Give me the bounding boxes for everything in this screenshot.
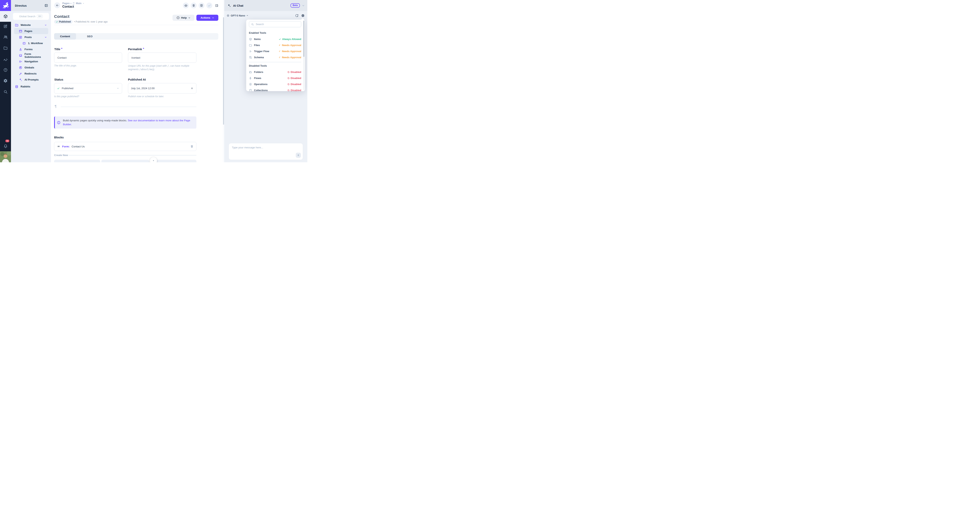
title-field[interactable] — [54, 53, 122, 63]
status-select[interactable]: Published — [54, 83, 122, 94]
caret-down-icon — [83, 2, 84, 4]
directus-logo[interactable] — [0, 0, 11, 11]
tool-row-schema[interactable]: Schema Needs Approval — [249, 54, 301, 60]
breadcrumb-version[interactable]: Main — [76, 2, 81, 5]
sidebar-item-form-submissions[interactable]: Form Submissions — [14, 53, 48, 59]
info-icon — [57, 121, 60, 124]
tab-content[interactable]: Content — [54, 33, 76, 40]
tool-row-collections[interactable]: Collections Disabled — [249, 87, 301, 91]
list-chevron-icon — [19, 60, 22, 63]
check-icon — [279, 38, 281, 40]
module-content-active[interactable] — [0, 11, 11, 22]
tool-status: Always Allowed — [279, 38, 301, 41]
chevron-down-icon[interactable] — [45, 36, 47, 38]
sidebar-item-ai-prompts[interactable]: AI Prompts — [14, 76, 48, 83]
clear-history-icon[interactable] — [295, 14, 299, 17]
arrow-up-icon — [297, 154, 300, 157]
archive-down-icon — [200, 4, 203, 7]
module-editor-button[interactable] — [0, 22, 11, 30]
tools-search-input[interactable] — [255, 22, 299, 26]
drag-handle-icon[interactable] — [57, 145, 60, 148]
actions-button[interactable]: Actions — [196, 15, 218, 21]
folder-icon — [3, 46, 8, 50]
svg-text:?: ? — [5, 69, 6, 71]
create-new-divider — [68, 155, 196, 156]
tool-row-items[interactable]: Items Always Allowed — [249, 36, 301, 42]
ai-sparkle-icon — [228, 4, 231, 8]
create-new-label: Create New — [54, 154, 68, 157]
sidebar-item-posts[interactable]: Posts — [14, 34, 48, 40]
help-button[interactable]: ? Help — [172, 15, 194, 21]
sidebar-toggle-button[interactable] — [215, 4, 218, 7]
check-icon — [208, 4, 211, 7]
archive-button[interactable] — [199, 3, 204, 8]
tool-status: Needs Approval — [278, 56, 301, 59]
collapse-panel-icon[interactable] — [45, 4, 48, 7]
status-field-label: Status — [54, 78, 63, 81]
nav-list: Website Pages Posts — [11, 22, 51, 89]
page-title: Contact — [54, 14, 69, 19]
main-content: Pages • Main Contact Conta — [51, 0, 223, 162]
sidebar-item-label: Redirects — [24, 72, 37, 75]
module-settings-button[interactable] — [0, 76, 11, 85]
edit-icon — [3, 24, 8, 29]
sidebar-item-rabbits[interactable]: Rabbits — [14, 83, 48, 89]
module-rail: ? 72 — [0, 0, 11, 162]
tool-row-flows[interactable]: Flows Disabled — [249, 75, 301, 81]
chevron-down-icon[interactable] — [302, 4, 305, 7]
create-block-button[interactable] — [101, 160, 149, 162]
create-block-button[interactable] — [54, 160, 100, 162]
folder-star-icon — [15, 23, 18, 27]
schema-icon — [249, 56, 252, 59]
sidebar-item-redirects[interactable]: Redirects — [14, 70, 48, 76]
send-button[interactable] — [296, 153, 301, 158]
preview-button[interactable] — [183, 3, 189, 8]
sidebar-item-workflow[interactable]: 1. Workflow — [14, 40, 48, 46]
sidebar-item-pages[interactable]: Pages — [14, 28, 48, 34]
module-insights-button[interactable] — [0, 55, 11, 64]
tool-row-trigger-flow[interactable]: Trigger Flow Needs Approval — [249, 48, 301, 54]
tab-seo[interactable]: SEO — [76, 33, 103, 40]
model-selector[interactable]: GPT-5 Nano — [227, 14, 248, 17]
global-search-input[interactable]: Global Search ⌘K — [13, 13, 49, 20]
chevron-down-icon[interactable] — [45, 24, 47, 26]
gear-icon[interactable] — [301, 14, 305, 17]
tool-row-files[interactable]: Files Needs Approval — [249, 42, 301, 48]
tool-row-folders[interactable]: Folders Disabled — [249, 69, 301, 75]
module-users-button[interactable] — [0, 33, 11, 41]
module-files-button[interactable] — [0, 44, 11, 53]
sidebar-item-globals[interactable]: Globals — [14, 64, 48, 70]
database-icon — [15, 85, 18, 88]
cube-icon — [3, 14, 8, 19]
scroll-down-button[interactable] — [150, 157, 157, 162]
chevron-down-icon — [212, 17, 214, 19]
title-field-helper: The title of this page. — [54, 64, 77, 67]
block-trash-icon[interactable] — [190, 145, 194, 148]
scrollbar-thumb[interactable] — [223, 17, 224, 125]
delete-button[interactable] — [191, 3, 197, 8]
prohibited-icon — [287, 89, 290, 91]
create-block-button[interactable] — [150, 160, 196, 162]
dropdown-scrollbar-thumb[interactable] — [304, 21, 304, 57]
help-circle-icon: ? — [177, 16, 180, 19]
breadcrumb: Pages • Main — [62, 2, 84, 5]
sidebar-item-navigation[interactable]: Navigation — [14, 59, 48, 64]
chat-message-input[interactable] — [231, 146, 300, 154]
status-field-helper: Is this page published? — [54, 95, 79, 98]
module-search-button[interactable] — [0, 88, 11, 96]
module-help-button[interactable]: ? — [0, 66, 11, 74]
clear-date-icon[interactable] — [191, 87, 194, 90]
block-row[interactable]: Form: Contact Us — [54, 142, 196, 151]
tools-search[interactable] — [249, 21, 301, 27]
published-at-field[interactable]: July 1st, 2024 12:00 — [128, 83, 196, 94]
notifications-button[interactable] — [0, 141, 11, 151]
tool-row-operations[interactable]: Operations Disabled — [249, 81, 301, 87]
back-button[interactable] — [54, 2, 60, 8]
sidebar-item-website[interactable]: Website — [14, 22, 48, 28]
permalink-field[interactable] — [128, 53, 196, 63]
sidebar-item-forms[interactable]: Forms — [14, 46, 48, 53]
document-text-icon — [19, 35, 22, 39]
user-avatar[interactable] — [0, 151, 11, 162]
save-button[interactable] — [207, 3, 212, 8]
breadcrumb-collection[interactable]: Pages — [62, 2, 70, 5]
